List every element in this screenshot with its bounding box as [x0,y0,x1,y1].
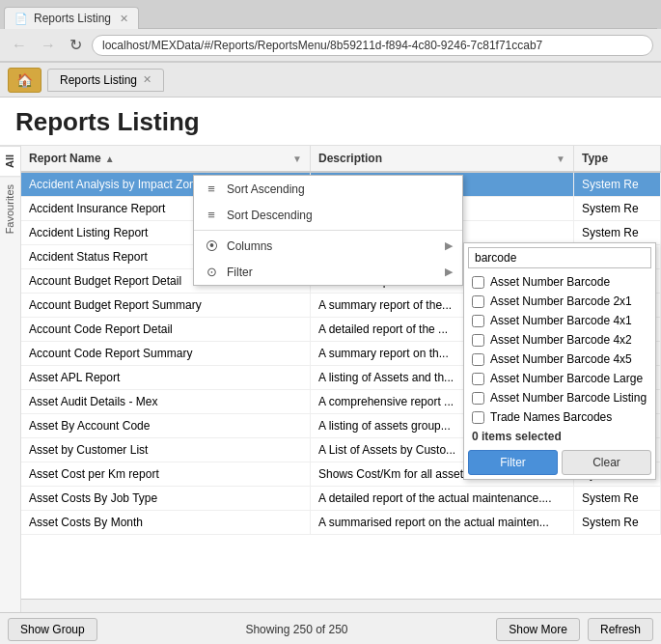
filter-label-8: Trade Names Barcodes [490,410,612,424]
cell-type: System Re [574,221,661,244]
page-title-section: Reports Listing [0,98,661,146]
filter-selected-count: 0 items selected [468,427,651,446]
cell-type: System Re [574,487,661,510]
table-wrapper: All Favourites Report Name ▲ ▼ Descripti… [0,146,661,644]
page: Reports Listing All Favourites Report Na… [0,98,661,644]
showing-count: Showing 250 of 250 [105,623,489,636]
menu-label-sort-asc: Sort Ascending [227,182,305,196]
filter-apply-button[interactable]: Filter [468,450,558,475]
filter-item-2[interactable]: Asset Number Barcode 2x1 [468,292,651,311]
filter-checkbox-5[interactable] [472,353,484,366]
cell-report-name: Asset By Account Code [21,414,311,437]
menu-label-filter: Filter [227,266,253,279]
cell-report-name: Account Budget Report Summary [21,294,311,317]
bottom-bar: Show Group Showing 250 of 250 Show More … [0,612,661,644]
filter-item-1[interactable]: Asset Number Barcode [468,272,651,292]
filter-checkbox-6[interactable] [472,373,484,385]
col-label-report: Report Name [29,152,101,165]
sort-asc-icon: ▲ [105,154,115,164]
refresh-button[interactable]: Refresh [588,618,653,641]
tab-spacer [139,4,657,29]
columns-arrow-icon: ▶ [445,239,453,252]
tab-close-btn[interactable]: ✕ [120,13,128,25]
app-tab-label: Reports Listing [60,73,137,87]
filter-menu-icon: ⊙ [204,265,219,279]
grid-header: Report Name ▲ ▼ Description ▼ Type [21,146,661,173]
app-tab-reports[interactable]: Reports Listing ✕ [47,69,164,92]
menu-item-sort-desc[interactable]: ≡ Sort Descending [194,202,462,228]
filter-search-input[interactable] [468,247,651,268]
sidebar: All Favourites [0,146,21,644]
address-bar: ← → ↻ [0,29,661,62]
filter-checkbox-7[interactable] [472,392,484,405]
table-row[interactable]: Asset Costs By Job Type A detailed repor… [21,487,661,511]
tab-bar: 📄 Reports Listing ✕ [0,0,661,29]
col-filter-report-icon[interactable]: ▼ [292,154,302,164]
filter-checkbox-1[interactable] [472,276,484,289]
cell-type: System Re [574,173,661,196]
filter-label-4: Asset Number Barcode 4x2 [490,333,632,347]
cell-report-name: Asset APL Report [21,366,311,389]
filter-label-6: Asset Number Barcode Large [490,372,643,385]
filter-checkbox-4[interactable] [472,334,484,347]
sidebar-tab-favourites[interactable]: Favourites [0,176,20,241]
cell-report-name: Asset Costs By Month [21,511,311,534]
cell-report-name: Asset Audit Details - Mex [21,390,311,413]
context-menu: ≡ Sort Ascending ≡ Sort Descending ⦿ Col… [193,175,463,286]
filter-label-5: Asset Number Barcode 4x5 [490,352,632,366]
columns-menu-icon: ⦿ [204,238,219,253]
forward-button[interactable]: → [37,35,60,56]
browser-tab[interactable]: 📄 Reports Listing ✕ [4,7,139,29]
menu-item-columns[interactable]: ⦿ Columns ▶ [194,233,462,259]
back-button[interactable]: ← [8,35,31,56]
cell-report-name: Asset Costs By Job Type [21,487,311,510]
cell-type: System Re [574,197,661,220]
cell-report-name: Asset Cost per Km report [21,462,311,486]
col-label-type: Type [582,152,608,165]
table-row[interactable]: Asset Costs By Month A summarised report… [21,511,661,535]
col-header-type[interactable]: Type [574,146,661,171]
filter-item-5[interactable]: Asset Number Barcode 4x5 [468,350,651,369]
tab-label: Reports Listing [34,12,111,25]
cell-type: System Re [574,511,661,534]
horizontal-scrollbar[interactable] [21,599,661,612]
sidebar-tab-all[interactable]: All [0,146,20,176]
menu-item-sort-asc[interactable]: ≡ Sort Ascending [194,176,462,202]
filter-checkbox-8[interactable] [472,411,484,424]
filter-item-4[interactable]: Asset Number Barcode 4x2 [468,330,651,350]
filter-label-7: Asset Number Barcode Listing [490,391,647,405]
tab-icon: 📄 [14,13,28,25]
col-header-report[interactable]: Report Name ▲ ▼ [21,146,311,171]
app-toolbar: 🏠 Reports Listing ✕ [0,63,661,98]
sort-desc-menu-icon: ≡ [204,208,219,222]
home-button[interactable]: 🏠 [8,68,41,93]
cell-report-name: Asset by Customer List [21,438,311,462]
show-group-button[interactable]: Show Group [8,618,97,641]
filter-label-1: Asset Number Barcode [490,275,610,289]
page-title: Reports Listing [15,107,646,137]
col-filter-desc-icon[interactable]: ▼ [556,154,565,164]
filter-checkbox-3[interactable] [472,315,484,327]
refresh-browser-button[interactable]: ↻ [66,34,86,56]
filter-clear-button[interactable]: Clear [562,450,651,475]
col-header-description[interactable]: Description ▼ [311,146,574,171]
cell-description: A detailed report of the actual maintena… [311,487,574,510]
filter-item-8[interactable]: Trade Names Barcodes [468,407,651,427]
filter-arrow-icon: ▶ [445,266,453,278]
col-label-description: Description [318,152,382,165]
cell-description: A summarised report on the actual mainte… [311,511,574,534]
show-more-button[interactable]: Show More [496,618,580,641]
cell-report-name: Account Code Report Detail [21,318,311,341]
filter-item-3[interactable]: Asset Number Barcode 4x1 [468,311,651,330]
filter-item-6[interactable]: Asset Number Barcode Large [468,369,651,388]
filter-checkbox-2[interactable] [472,295,484,308]
filter-item-7[interactable]: Asset Number Barcode Listing [468,388,651,407]
filter-label-3: Asset Number Barcode 4x1 [490,314,632,327]
app-tab-close-icon[interactable]: ✕ [143,73,151,86]
url-input[interactable] [92,35,653,56]
menu-label-sort-desc: Sort Descending [227,209,313,222]
filter-actions: Filter Clear [468,450,651,475]
menu-item-filter[interactable]: ⊙ Filter ▶ [194,259,462,285]
cell-report-name: Account Code Report Summary [21,342,311,365]
filter-label-2: Asset Number Barcode 2x1 [490,294,632,308]
